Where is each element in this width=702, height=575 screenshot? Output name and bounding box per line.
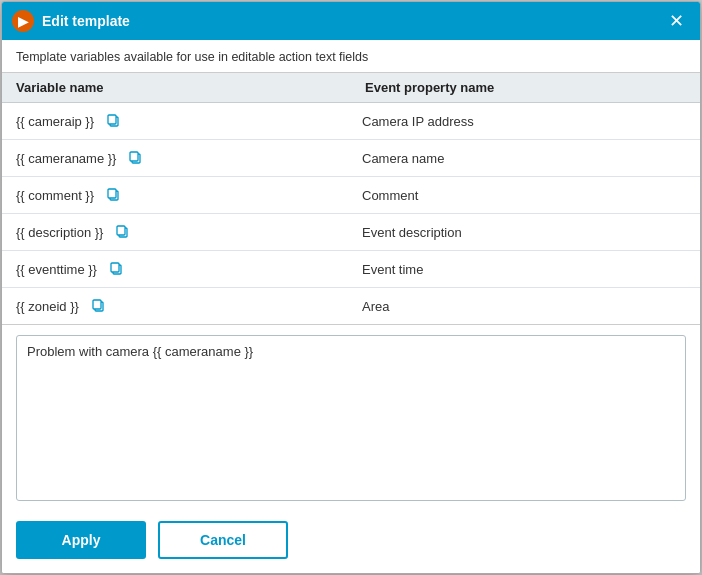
- variable-col: {{ cameraip }}: [2, 103, 348, 139]
- event-col: Camera IP address: [348, 107, 700, 136]
- description-text: Template variables available for use in …: [2, 40, 700, 72]
- copy-icon[interactable]: [124, 147, 146, 169]
- table-row: {{ cameraname }} Camera name: [2, 140, 700, 177]
- cancel-button[interactable]: Cancel: [158, 521, 288, 559]
- table-row: {{ eventtime }} Event time: [2, 251, 700, 288]
- apply-button[interactable]: Apply: [16, 521, 146, 559]
- svg-rect-5: [108, 189, 116, 198]
- variable-col: {{ eventtime }}: [2, 251, 348, 287]
- table-row: {{ cameraip }} Camera IP address: [2, 103, 700, 140]
- edit-template-dialog: ▶ Edit template ✕ Template variables ava…: [1, 1, 701, 574]
- svg-rect-11: [93, 300, 101, 309]
- event-col: Comment: [348, 181, 700, 210]
- textarea-section: [2, 325, 700, 511]
- svg-rect-9: [111, 263, 119, 272]
- title-bar: ▶ Edit template ✕: [2, 2, 700, 40]
- header-event-property: Event property name: [351, 73, 700, 102]
- event-col: Event time: [348, 255, 700, 284]
- event-col: Area: [348, 292, 700, 321]
- event-col: Camera name: [348, 144, 700, 173]
- copy-icon[interactable]: [102, 184, 124, 206]
- svg-rect-1: [108, 115, 116, 124]
- dialog-title: Edit template: [42, 13, 663, 29]
- footer: Apply Cancel: [2, 511, 700, 573]
- copy-icon[interactable]: [111, 221, 133, 243]
- variable-col: {{ cameraname }}: [2, 140, 348, 176]
- header-variable-name: Variable name: [2, 73, 351, 102]
- copy-icon[interactable]: [87, 295, 109, 317]
- table-row: {{ zoneid }} Area: [2, 288, 700, 324]
- table-row: {{ comment }} Comment: [2, 177, 700, 214]
- variable-col: {{ comment }}: [2, 177, 348, 213]
- app-icon: ▶: [12, 10, 34, 32]
- table-header: Variable name Event property name: [2, 73, 700, 103]
- template-textarea[interactable]: [16, 335, 686, 501]
- svg-rect-7: [117, 226, 125, 235]
- copy-icon[interactable]: [105, 258, 127, 280]
- variables-table: Variable name Event property name {{ cam…: [2, 72, 700, 325]
- close-button[interactable]: ✕: [663, 8, 690, 34]
- variable-col: {{ description }}: [2, 214, 348, 250]
- variable-col: {{ zoneid }}: [2, 288, 348, 324]
- copy-icon[interactable]: [102, 110, 124, 132]
- svg-rect-3: [130, 152, 138, 161]
- event-col: Event description: [348, 218, 700, 247]
- table-row: {{ description }} Event description: [2, 214, 700, 251]
